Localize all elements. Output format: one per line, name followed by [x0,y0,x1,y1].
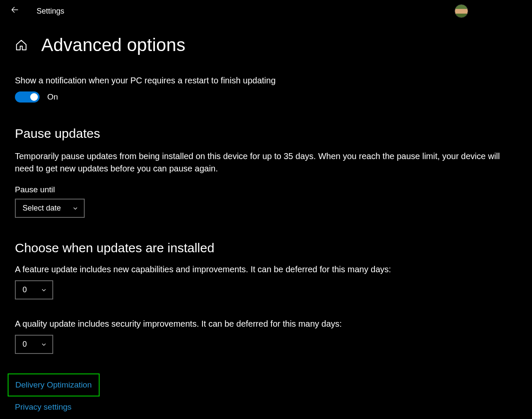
quality-update-label: A quality update includes security impro… [15,319,517,329]
feature-defer-value: 0 [23,285,27,294]
toggle-knob [30,93,38,101]
pause-date-value: Select date [23,204,61,213]
header-title: Settings [37,7,64,16]
chevron-down-icon [40,341,47,348]
pause-heading: Pause updates [15,126,517,141]
chevron-down-icon [40,287,47,294]
window-header: Settings [0,0,532,22]
pause-date-select[interactable]: Select date [15,199,85,218]
notification-toggle-state: On [47,92,58,102]
quality-defer-select[interactable]: 0 [15,335,53,354]
choose-heading: Choose when updates are installed [15,241,517,255]
notification-toggle[interactable] [15,91,40,103]
home-icon[interactable] [15,39,28,51]
quality-defer-value: 0 [23,340,27,349]
delivery-optimization-link[interactable]: Delivery Optimization [15,380,92,389]
notification-toggle-row: On [15,91,517,103]
chevron-down-icon [72,205,79,212]
content-area: Advanced options Show a notification whe… [0,22,532,419]
delivery-optimization-highlight: Delivery Optimization [8,373,100,396]
page-title: Advanced options [41,35,186,55]
pause-description: Temporarily pause updates from being ins… [15,150,517,175]
feature-defer-select[interactable]: 0 [15,280,53,299]
title-row: Advanced options [15,35,517,55]
user-avatar[interactable] [455,4,468,18]
pause-until-label: Pause until [15,185,517,194]
feature-update-label: A feature update includes new capabiliti… [15,265,517,274]
privacy-settings-link[interactable]: Privacy settings [15,402,72,411]
notification-label: Show a notification when your PC require… [15,76,517,86]
back-arrow-icon[interactable] [10,5,20,17]
